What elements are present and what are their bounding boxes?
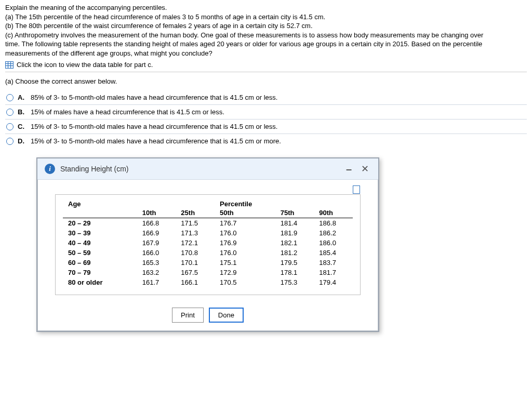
choice-letter: D. [18, 137, 24, 145]
intro-line-b: (b) The 80th percentile of the waist cir… [5, 21, 527, 31]
table-row: 50 – 59166.0170.8176.0181.2185.4 [63, 248, 353, 258]
intro-line-c2: time. The following table represents the… [5, 39, 527, 49]
table-icon [5, 61, 14, 69]
col-header: 75th [275, 208, 314, 218]
table-row: 70 – 79163.2167.5172.9178.1181.7 [63, 268, 353, 277]
radio-icon[interactable] [6, 138, 14, 145]
question-intro: Explain the meaning of the accompanying … [5, 3, 527, 69]
age-cell: 30 – 39 [63, 228, 137, 238]
col-header: 25th [176, 208, 215, 218]
modal-body: Age Percentile 10th 25th 50th 75th 90th [37, 180, 378, 301]
value-cell: 171.5 [176, 218, 215, 229]
choice-letter: B. [18, 108, 24, 116]
age-cell: 80 or older [63, 277, 137, 287]
choice-d[interactable]: D. 15% of 3- to 5-month-old males have a… [5, 134, 527, 148]
choice-b[interactable]: B. 15% of males have a head circumferenc… [5, 105, 527, 119]
height-table: Age Percentile 10th 25th 50th 75th 90th [63, 199, 353, 287]
value-cell: 167.9 [137, 238, 176, 248]
part-a-prompt: (a) Choose the correct answer below. [5, 77, 527, 85]
value-cell: 185.4 [314, 248, 353, 258]
value-cell: 170.5 [215, 277, 275, 287]
value-cell: 181.7 [314, 268, 353, 277]
value-cell: 175.3 [275, 277, 314, 287]
table-row: 80 or older161.7166.1170.5175.3179.4 [63, 277, 353, 287]
age-cell: 40 – 49 [63, 238, 137, 248]
done-button[interactable]: Done [209, 308, 244, 323]
choice-text: 15% of 3- to 5-month-old males have a he… [31, 137, 281, 145]
radio-icon[interactable] [6, 123, 14, 130]
value-cell: 170.8 [176, 248, 215, 258]
modal-title: Standing Height (cm) [60, 165, 129, 173]
intro-line-c3: measurements of the different age groups… [5, 49, 527, 58]
table-row: 40 – 49167.9172.1176.9182.1186.0 [63, 238, 353, 248]
view-data-table-label: Click the icon to view the data table fo… [17, 61, 153, 69]
value-cell: 170.1 [176, 258, 215, 268]
choice-c[interactable]: C. 15% of 3- to 5-month-old males have a… [5, 119, 527, 134]
value-cell: 166.9 [137, 228, 176, 238]
value-cell: 182.1 [275, 238, 314, 248]
copy-icon[interactable] [353, 185, 360, 194]
value-cell: 181.4 [275, 218, 314, 229]
modal-footer: Print Done [37, 301, 378, 331]
table-age-header: Age [63, 199, 137, 208]
value-cell: 176.0 [215, 248, 275, 258]
data-card: Age Percentile 10th 25th 50th 75th 90th [55, 194, 361, 295]
value-cell: 186.0 [314, 238, 353, 248]
col-header: 10th [137, 208, 176, 218]
value-cell: 175.1 [215, 258, 275, 268]
value-cell: 178.1 [275, 268, 314, 277]
value-cell: 166.8 [137, 218, 176, 229]
intro-line-c1: (c) Anthropometry involves the measureme… [5, 31, 527, 40]
table-row: 30 – 39166.9171.3176.0181.9186.2 [63, 228, 353, 238]
value-cell: 183.7 [314, 258, 353, 268]
view-data-table-link[interactable]: Click the icon to view the data table fo… [5, 61, 527, 69]
age-cell: 70 – 79 [63, 268, 137, 277]
value-cell: 165.3 [137, 258, 176, 268]
data-table-modal: i Standing Height (cm) – ✕ Age Percentil… [36, 157, 379, 332]
value-cell: 172.9 [215, 268, 275, 277]
choice-a[interactable]: A. 85% of 3- to 5-month-old males have a… [5, 90, 527, 105]
value-cell: 176.7 [215, 218, 275, 229]
answer-choices: A. 85% of 3- to 5-month-old males have a… [5, 90, 527, 148]
divider [5, 72, 527, 72]
col-header: 90th [314, 208, 353, 218]
choice-text: 15% of 3- to 5-month-old males have a he… [31, 123, 277, 130]
modal-header: i Standing Height (cm) – ✕ [37, 158, 378, 180]
value-cell: 176.0 [215, 228, 275, 238]
table-percentile-header: Percentile [215, 199, 275, 208]
value-cell: 179.4 [314, 277, 353, 287]
age-cell: 60 – 69 [63, 258, 137, 268]
choice-text: 15% of males have a head circumference t… [31, 108, 224, 116]
intro-line-a: (a) The 15th percentile of the head circ… [5, 12, 527, 22]
value-cell: 172.1 [176, 238, 215, 248]
value-cell: 161.7 [137, 277, 176, 287]
value-cell: 176.9 [215, 238, 275, 248]
choice-letter: C. [18, 123, 24, 130]
minimize-button[interactable]: – [344, 164, 354, 174]
table-row: 60 – 69165.3170.1175.1179.5183.7 [63, 258, 353, 268]
intro-line: Explain the meaning of the accompanying … [5, 3, 527, 12]
radio-icon[interactable] [6, 94, 14, 101]
value-cell: 166.1 [176, 277, 215, 287]
value-cell: 186.8 [314, 218, 353, 229]
close-button[interactable]: ✕ [359, 164, 371, 174]
print-button[interactable]: Print [172, 308, 204, 323]
value-cell: 166.0 [137, 248, 176, 258]
value-cell: 181.2 [275, 248, 314, 258]
value-cell: 171.3 [176, 228, 215, 238]
choice-text: 85% of 3- to 5-month-old males have a he… [31, 94, 277, 101]
value-cell: 167.5 [176, 268, 215, 277]
value-cell: 186.2 [314, 228, 353, 238]
age-cell: 20 – 29 [63, 218, 137, 229]
choice-letter: A. [18, 94, 24, 101]
value-cell: 179.5 [275, 258, 314, 268]
table-row: 20 – 29166.8171.5176.7181.4186.8 [63, 218, 353, 229]
radio-icon[interactable] [6, 109, 14, 116]
value-cell: 181.9 [275, 228, 314, 238]
info-icon: i [45, 164, 55, 174]
age-cell: 50 – 59 [63, 248, 137, 258]
col-header: 50th [215, 208, 275, 218]
value-cell: 163.2 [137, 268, 176, 277]
